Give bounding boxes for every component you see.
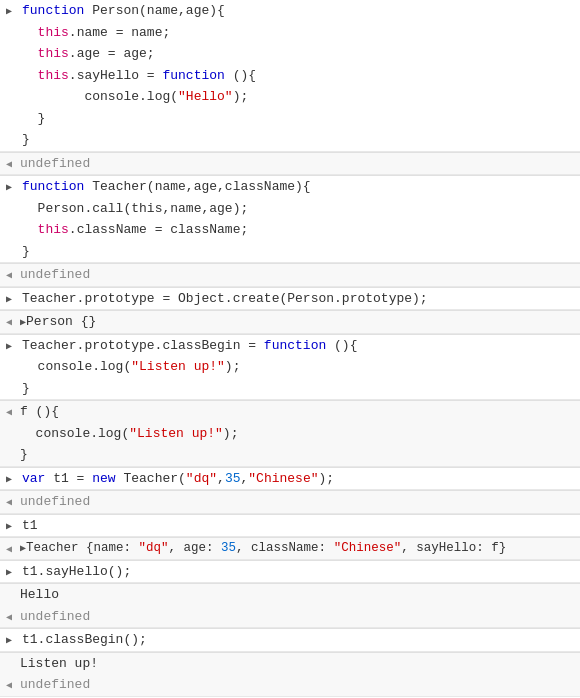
row-1: ▶ function Teacher(name,age,className){ xyxy=(0,176,580,198)
code-text: console.log( xyxy=(22,89,178,104)
code-text: Teacher.prototype = Object.create(Person… xyxy=(22,291,428,306)
row-out: ◀ undefined xyxy=(0,491,580,513)
block-7-input: ▶ t1.sayHello(); xyxy=(0,561,580,584)
gutter-left: ◀ xyxy=(0,492,18,510)
gutter-right: ▶ xyxy=(0,336,18,354)
code-line: function Teacher(name,age,className){ xyxy=(18,177,580,197)
output-text: } xyxy=(18,445,580,465)
row-1: ▶ t1.classBegin(); xyxy=(0,629,580,651)
keyword: this xyxy=(38,46,69,61)
code-line: } xyxy=(18,130,580,150)
gutter-empty xyxy=(0,87,18,88)
code-text xyxy=(22,222,38,237)
output-arrow: ◀ xyxy=(6,266,12,283)
func-body: console.log("Listen up!"); xyxy=(20,426,238,441)
code-line: this.name = name; xyxy=(18,23,580,43)
row-2: this.name = name; xyxy=(0,22,580,44)
output-text: undefined xyxy=(18,265,580,285)
block-8-output: Listen up! ◀ undefined xyxy=(0,653,580,697)
code-text: Teacher( xyxy=(116,471,186,486)
row-out-undef: ◀ undefined xyxy=(0,606,580,628)
gutter-left: ◀ xyxy=(0,154,18,172)
gutter-empty xyxy=(0,445,18,446)
code-text: } xyxy=(22,111,45,126)
code-line: } xyxy=(18,379,580,399)
gutter-empty xyxy=(0,379,18,380)
gutter-left: ◀ xyxy=(0,607,18,625)
block-5-input: ▶ var t1 = new Teacher("dq",35,"Chinese"… xyxy=(0,468,580,491)
gutter-empty xyxy=(0,242,18,243)
keyword: this xyxy=(38,25,69,40)
output-text: undefined xyxy=(18,492,580,512)
gutter-right: ▶ xyxy=(0,469,18,487)
number: 35 xyxy=(225,471,241,486)
gutter-right: ▶ xyxy=(0,630,18,648)
code-line: Teacher.prototype = Object.create(Person… xyxy=(18,289,580,309)
code-text: (){ xyxy=(225,68,256,83)
block-3-input: ▶ Teacher.prototype = Object.create(Pers… xyxy=(0,288,580,311)
code-line: var t1 = new Teacher("dq",35,"Chinese"); xyxy=(18,469,580,489)
gutter-empty xyxy=(0,23,18,24)
input-arrow: ▶ xyxy=(6,337,12,354)
code-text: .sayHello = xyxy=(69,68,163,83)
gutter-right: ▶ xyxy=(0,562,18,580)
gutter-right: ▶ xyxy=(0,177,18,195)
gutter-left: ◀ xyxy=(0,539,18,557)
code-line: } xyxy=(18,242,580,262)
object-label: Teacher {name: xyxy=(26,541,139,555)
code-text: ); xyxy=(319,471,335,486)
gutter-empty xyxy=(0,220,18,221)
row-2: console.log("Listen up!"); xyxy=(0,356,580,378)
block-8-input: ▶ t1.classBegin(); xyxy=(0,629,580,652)
output-arrow: ◀ xyxy=(6,313,12,330)
gutter-empty xyxy=(0,109,18,110)
input-arrow: ▶ xyxy=(6,290,12,307)
code-text: ); xyxy=(233,89,249,104)
output-arrow: ◀ xyxy=(6,540,12,557)
object-text: , sayHello: f} xyxy=(401,541,506,555)
input-arrow: ▶ xyxy=(6,517,12,534)
code-text: ); xyxy=(225,359,241,374)
output-text: undefined xyxy=(18,675,580,695)
input-arrow: ▶ xyxy=(6,2,12,19)
object-text: Person {} xyxy=(26,314,96,329)
block-2-output: ◀ undefined xyxy=(0,264,580,287)
output-text: Listen up! xyxy=(18,654,580,674)
gutter-empty xyxy=(0,44,18,45)
keyword: function xyxy=(22,179,84,194)
output-text: Hello xyxy=(18,585,580,605)
code-text xyxy=(22,25,38,40)
code-text: Teacher(name,age,className){ xyxy=(84,179,310,194)
keyword: function xyxy=(264,338,326,353)
string: "Hello" xyxy=(178,89,233,104)
input-arrow: ▶ xyxy=(6,178,12,195)
code-line: Person.call(this,name,age); xyxy=(18,199,580,219)
row-out-hello: Hello xyxy=(0,584,580,606)
row-1: ▶ Teacher.prototype.classBegin = functio… xyxy=(0,335,580,357)
code-line: } xyxy=(18,109,580,129)
row-out-3: } xyxy=(0,444,580,466)
object-text: , age: xyxy=(169,541,222,555)
row-out-undef: ◀ undefined xyxy=(0,674,580,696)
func-text: f (){ xyxy=(20,404,59,419)
block-4-output: ◀ f (){ console.log("Listen up!"); } xyxy=(0,401,580,467)
code-text: t1 = xyxy=(45,471,92,486)
row-out: ◀ ▶Person {} xyxy=(0,311,580,333)
code-text: } xyxy=(22,132,30,147)
row-out-2: console.log("Listen up!"); xyxy=(0,423,580,445)
gutter-empty xyxy=(0,424,18,425)
string: "dq" xyxy=(186,471,217,486)
code-text: , xyxy=(217,471,225,486)
output-text: console.log("Listen up!"); xyxy=(18,424,580,444)
output-text: undefined xyxy=(18,607,580,627)
code-line: this.age = age; xyxy=(18,44,580,64)
block-2-input: ▶ function Teacher(name,age,className){ … xyxy=(0,176,580,263)
code-text: t1.classBegin(); xyxy=(22,632,147,647)
block-6-input: ▶ t1 xyxy=(0,515,580,538)
gutter-left: ◀ xyxy=(0,675,18,693)
row-out: ◀ undefined xyxy=(0,153,580,175)
input-arrow: ▶ xyxy=(6,470,12,487)
func-close: } xyxy=(20,447,28,462)
keyword: var xyxy=(22,471,45,486)
gutter-empty xyxy=(0,585,18,586)
